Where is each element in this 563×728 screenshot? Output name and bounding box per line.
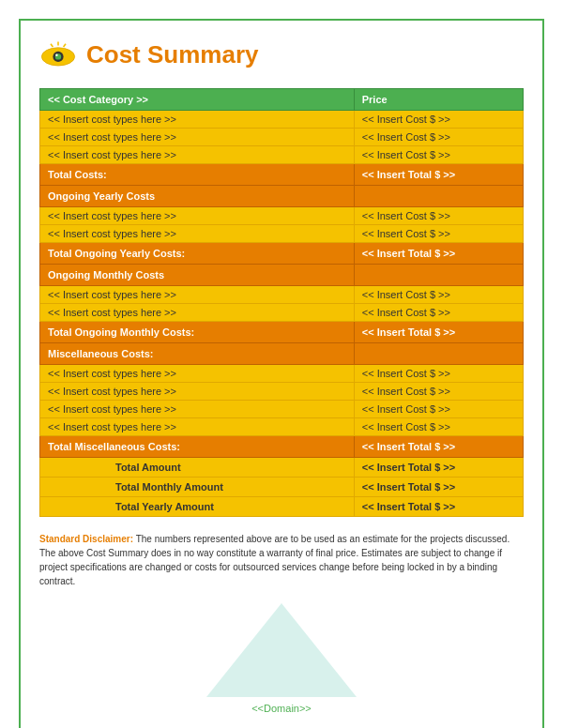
table-row: << Insert cost types here >><< Insert Co… <box>40 365 524 383</box>
row-price: << Insert Total $ >> <box>354 497 523 517</box>
row-category: << Insert cost types here >> <box>40 146 355 164</box>
table-row: Ongoing Yearly Costs <box>40 186 524 207</box>
row-price: << Insert Total $ >> <box>354 458 523 478</box>
watermark-triangle <box>206 603 357 697</box>
row-price: << Insert Cost $ >> <box>354 225 523 243</box>
disclaimer-label: Standard Disclaimer: <box>39 534 133 544</box>
row-price: << Insert Total $ >> <box>354 478 523 497</box>
svg-line-2 <box>51 44 53 47</box>
row-category: << Insert cost types here >> <box>40 365 355 383</box>
table-row: Total Monthly Amount<< Insert Total $ >> <box>40 478 524 497</box>
row-category: Ongoing Monthly Costs <box>40 265 355 286</box>
row-price: << Insert Cost $ >> <box>354 383 523 401</box>
row-price: << Insert Cost $ >> <box>354 401 523 418</box>
row-price: << Insert Cost $ >> <box>354 365 523 383</box>
table-row: Total Costs:<< Insert Total $ >> <box>40 164 524 186</box>
row-category: Total Ongoing Yearly Costs: <box>40 243 355 265</box>
table-row: << Insert cost types here >><< Insert Co… <box>40 207 524 225</box>
row-price <box>354 265 523 286</box>
page-container: Cost Summary << Cost Category >> Price <… <box>19 19 544 728</box>
row-category: << Insert cost types here >> <box>40 129 355 146</box>
row-category: << Insert cost types here >> <box>40 401 355 418</box>
row-price: << Insert Total $ >> <box>354 243 523 265</box>
row-category: Ongoing Yearly Costs <box>40 186 355 207</box>
row-category: << Insert cost types here >> <box>40 111 355 129</box>
page-header: Cost Summary <box>39 39 524 69</box>
table-row: Total Yearly Amount<< Insert Total $ >> <box>40 497 524 517</box>
row-price: << Insert Total $ >> <box>354 164 523 186</box>
disclaimer-section: Standard Disclaimer: The numbers represe… <box>39 532 524 588</box>
row-price <box>354 343 523 365</box>
table-row: Total Ongoing Monthly Costs:<< Insert To… <box>40 322 524 343</box>
row-category: << Insert cost types here >> <box>40 418 355 436</box>
table-row: Miscellaneous Costs: <box>40 343 524 365</box>
cost-table: << Cost Category >> Price << Insert cost… <box>39 88 524 517</box>
row-price: << Insert Cost $ >> <box>354 304 523 322</box>
row-price: << Insert Cost $ >> <box>354 286 523 304</box>
row-price: << Insert Cost $ >> <box>354 207 523 225</box>
table-header-row: << Cost Category >> Price <box>40 89 524 111</box>
row-category: Miscellaneous Costs: <box>40 343 355 365</box>
row-price: << Insert Cost $ >> <box>354 111 523 129</box>
row-category: << Insert cost types here >> <box>40 304 355 322</box>
row-category: << Insert cost types here >> <box>40 225 355 243</box>
eye-icon <box>39 39 77 69</box>
domain-label: <<Domain>> <box>251 703 312 714</box>
table-row: << Insert cost types here >><< Insert Co… <box>40 225 524 243</box>
col-category-header: << Cost Category >> <box>40 89 355 111</box>
row-category: Total Costs: <box>40 164 355 186</box>
table-row: << Insert cost types here >><< Insert Co… <box>40 286 524 304</box>
row-category: << Insert cost types here >> <box>40 286 355 304</box>
svg-line-1 <box>64 44 66 47</box>
row-category: Total Monthly Amount <box>40 478 355 497</box>
footer-area: <<Domain>> <box>39 603 524 714</box>
svg-point-6 <box>55 54 57 56</box>
table-row: << Insert cost types here >><< Insert Co… <box>40 111 524 129</box>
row-price: << Insert Total $ >> <box>354 436 523 458</box>
table-row: Ongoing Monthly Costs <box>40 265 524 286</box>
row-category: Total Yearly Amount <box>40 497 355 517</box>
row-category: Total Ongoing Monthly Costs: <box>40 322 355 343</box>
table-row: Total Amount<< Insert Total $ >> <box>40 458 524 478</box>
table-row: << Insert cost types here >><< Insert Co… <box>40 129 524 146</box>
table-row: << Insert cost types here >><< Insert Co… <box>40 418 524 436</box>
row-category: Total Amount <box>40 458 355 478</box>
col-price-header: Price <box>354 89 523 111</box>
table-row: Total Miscellaneous Costs:<< Insert Tota… <box>40 436 524 458</box>
table-row: << Insert cost types here >><< Insert Co… <box>40 146 524 164</box>
row-price <box>354 186 523 207</box>
row-price: << Insert Cost $ >> <box>354 418 523 436</box>
row-category: Total Miscellaneous Costs: <box>40 436 355 458</box>
table-row: << Insert cost types here >><< Insert Co… <box>40 401 524 418</box>
row-price: << Insert Cost $ >> <box>354 129 523 146</box>
row-category: << Insert cost types here >> <box>40 207 355 225</box>
table-row: Total Ongoing Yearly Costs:<< Insert Tot… <box>40 243 524 265</box>
page-title: Cost Summary <box>86 40 259 69</box>
row-price: << Insert Cost $ >> <box>354 146 523 164</box>
row-category: << Insert cost types here >> <box>40 383 355 401</box>
row-price: << Insert Total $ >> <box>354 322 523 343</box>
table-row: << Insert cost types here >><< Insert Co… <box>40 304 524 322</box>
table-row: << Insert cost types here >><< Insert Co… <box>40 383 524 401</box>
